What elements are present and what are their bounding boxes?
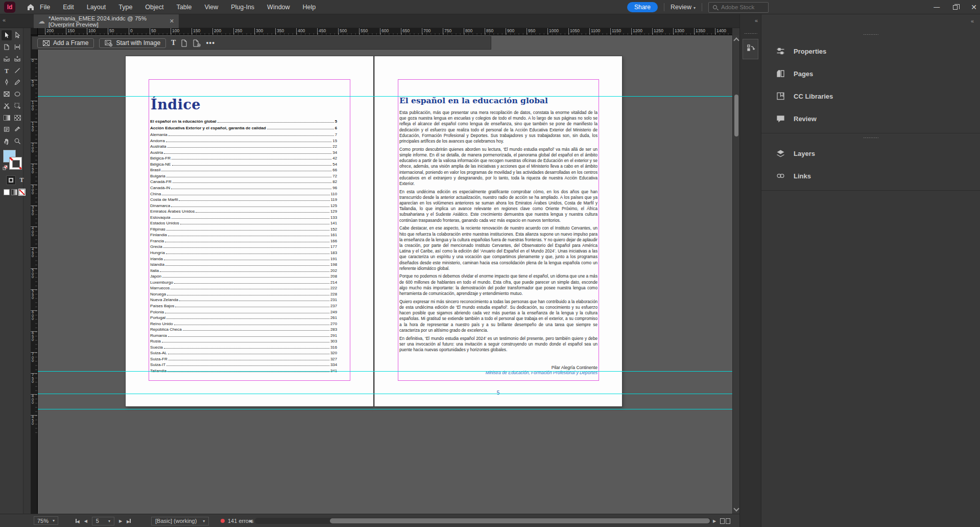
apply-none-button[interactable] <box>19 189 25 195</box>
review-button[interactable]: Review▾ <box>671 4 696 11</box>
panel-item-review[interactable]: Review <box>761 108 980 129</box>
page-icon[interactable] <box>181 39 187 47</box>
guide-line[interactable] <box>38 409 732 409</box>
panel-grip[interactable] <box>863 137 878 139</box>
guide-line[interactable] <box>38 96 732 97</box>
scroll-down-icon[interactable] <box>733 506 739 511</box>
selection-tool[interactable] <box>2 30 12 40</box>
apply-color-button[interactable] <box>4 189 10 195</box>
page-tool[interactable] <box>2 42 12 52</box>
type-tool-button[interactable]: T <box>171 39 176 47</box>
content-placer-tool[interactable] <box>12 54 22 64</box>
toc-entry: Alemania 7 <box>150 132 337 138</box>
vertical-ruler[interactable]: 0501001502002503003504004505005506006507… <box>31 35 38 514</box>
panel-item-properties[interactable]: Properties <box>761 41 980 61</box>
minimize-icon[interactable]: — <box>934 4 940 10</box>
leader-dots <box>168 354 329 354</box>
pasteboard[interactable]: Índice El español en la educación global… <box>38 35 732 514</box>
leader-dots <box>174 283 329 284</box>
share-button[interactable]: Share <box>627 2 658 12</box>
hand-tool[interactable] <box>2 136 12 146</box>
leader-dots <box>162 277 329 278</box>
page-left[interactable]: Índice El español en la educación global… <box>126 56 373 406</box>
menu-item[interactable]: Table <box>176 4 192 11</box>
type-tool[interactable]: T <box>2 65 12 76</box>
gradient-swatch-tool[interactable] <box>2 112 12 123</box>
gap-tool[interactable] <box>12 42 22 52</box>
panel-item-layers[interactable]: Layers <box>761 143 980 164</box>
formatting-affects-container-button[interactable] <box>6 175 16 185</box>
ruler-corner[interactable] <box>31 28 38 35</box>
formatting-affects-text-button[interactable]: T <box>17 175 27 185</box>
more-options-icon[interactable]: ••• <box>206 39 215 47</box>
menu-item[interactable]: Object <box>145 4 163 11</box>
direct-selection-tool[interactable] <box>12 30 22 40</box>
panel-item-pages[interactable]: Pages <box>761 63 980 84</box>
menu-item[interactable]: File <box>40 4 50 11</box>
indesign-logo-icon[interactable]: Id <box>4 2 15 13</box>
last-page-button[interactable]: ▶ <box>127 518 131 524</box>
page-number-field[interactable]: 5▾ <box>92 517 114 525</box>
add-frame-button[interactable]: Add a Frame <box>37 38 94 48</box>
page-right[interactable]: El español en la educación global Esta p… <box>374 56 622 406</box>
horizontal-scroll-thumb[interactable] <box>330 518 710 523</box>
scroll-up-icon[interactable] <box>733 37 739 43</box>
scroll-right-icon[interactable]: ▶ <box>713 514 716 527</box>
pencil-tool[interactable] <box>12 77 22 87</box>
add-page-icon[interactable] <box>193 39 201 47</box>
zoom-tool[interactable] <box>12 136 22 146</box>
collapse-tools-icon[interactable]: « <box>3 17 6 23</box>
text-frame-prologue[interactable]: El español en la educación global Esta p… <box>398 79 599 381</box>
free-transform-tool[interactable] <box>12 101 22 111</box>
next-page-button[interactable]: ▶ <box>119 519 122 523</box>
guide-line[interactable] <box>38 371 732 372</box>
collapse-panels-icon[interactable]: « <box>971 18 974 24</box>
vertical-scroll-thumb[interactable] <box>734 95 738 136</box>
panel-item-cc-libraries[interactable]: CC Libraries <box>761 86 980 106</box>
panel-item-links[interactable]: Links <box>761 166 980 186</box>
vertical-scrollbar[interactable] <box>732 35 739 514</box>
menu-item[interactable]: Plug-Ins <box>231 4 254 11</box>
menu-item[interactable]: Edit <box>63 4 74 11</box>
guide-line[interactable] <box>38 394 732 394</box>
content-collector-tool[interactable] <box>2 54 12 64</box>
note-tool[interactable] <box>2 124 12 134</box>
history-panel-icon[interactable] <box>743 39 758 59</box>
scissors-tool[interactable] <box>2 101 12 111</box>
menu-item[interactable]: Type <box>118 4 132 11</box>
horizontal-scrollbar[interactable] <box>255 518 711 524</box>
menu-item[interactable]: Window <box>267 4 290 11</box>
restore-icon[interactable] <box>953 5 958 10</box>
search-input[interactable] <box>720 4 761 11</box>
preview-toggle-icon[interactable] <box>720 514 730 527</box>
ellipse-frame-tool[interactable] <box>12 89 22 99</box>
tab-close-icon[interactable]: ✕ <box>170 18 174 25</box>
eyedropper-tool[interactable] <box>12 124 22 134</box>
text-frame-toc[interactable]: Índice El español en la educación global… <box>149 79 350 381</box>
first-page-button[interactable]: ◀ <box>76 518 80 524</box>
stroke-color-swatch[interactable] <box>9 157 22 170</box>
default-fill-stroke-icon[interactable] <box>3 165 8 171</box>
line-tool[interactable] <box>12 65 22 76</box>
zoom-level-select[interactable]: 75%▾ <box>34 516 58 525</box>
document-tab[interactable]: ☁ *Alemania_EMEE 2024.inddc @ 75% [Overp… <box>34 14 179 28</box>
start-with-image-button[interactable]: Start with Image <box>99 38 166 48</box>
pen-tool[interactable] <box>2 77 12 87</box>
dock-grip[interactable] <box>744 33 757 35</box>
previous-page-button[interactable]: ◀ <box>84 519 87 523</box>
close-icon[interactable]: ✕ <box>971 4 977 10</box>
adobe-stock-search[interactable] <box>708 2 769 13</box>
panel-grip[interactable] <box>863 34 878 36</box>
rectangle-frame-tool[interactable] <box>2 89 12 99</box>
gradient-feather-tool[interactable] <box>12 112 22 123</box>
preflight-profile-select[interactable]: [Basic] (working)▾ <box>151 514 209 527</box>
menu-item[interactable]: Layout <box>87 4 106 11</box>
menu-item[interactable]: View <box>204 4 218 11</box>
horizontal-ruler[interactable]: 2001501005005010015020025030035040045050… <box>38 28 732 35</box>
scroll-left-icon[interactable]: ◀ <box>249 514 252 527</box>
expand-dock-icon[interactable]: « <box>755 17 758 24</box>
menu-item[interactable]: Help <box>303 4 316 11</box>
home-icon[interactable] <box>27 3 35 11</box>
leader-dots <box>168 147 332 148</box>
apply-gradient-button[interactable] <box>11 189 17 195</box>
